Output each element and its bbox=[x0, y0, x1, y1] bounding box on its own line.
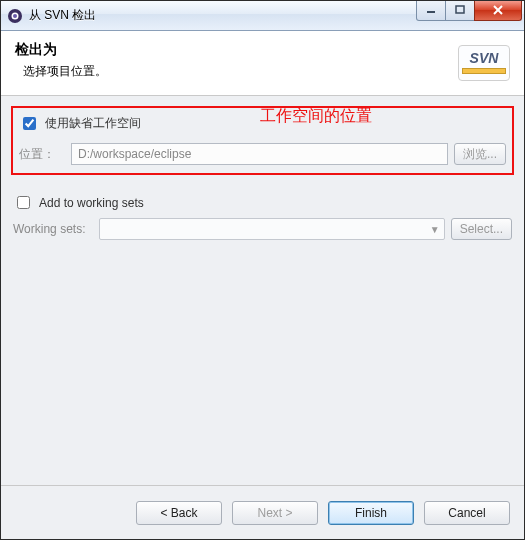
dialog-header: 检出为 选择项目位置。 SVN bbox=[1, 31, 524, 96]
svg-rect-4 bbox=[456, 6, 464, 13]
minimize-button[interactable] bbox=[416, 1, 446, 21]
svn-logo-icon: SVN bbox=[458, 45, 510, 81]
finish-button[interactable]: Finish bbox=[328, 501, 414, 525]
cancel-button[interactable]: Cancel bbox=[424, 501, 510, 525]
use-default-workspace-label: 使用缺省工作空间 bbox=[45, 115, 141, 132]
back-button[interactable]: < Back bbox=[136, 501, 222, 525]
dialog-window: 从 SVN 检出 检出为 选择项目位置。 SVN 工作空间的位置 bbox=[0, 0, 525, 540]
chevron-down-icon: ▼ bbox=[430, 224, 440, 235]
app-icon bbox=[7, 8, 23, 24]
dialog-footer: < Back Next > Finish Cancel bbox=[1, 485, 524, 539]
page-title: 检出为 bbox=[15, 41, 448, 59]
maximize-button[interactable] bbox=[445, 1, 475, 21]
add-working-sets-checkbox[interactable] bbox=[17, 196, 30, 209]
browse-button[interactable]: 浏览... bbox=[454, 143, 506, 165]
next-button[interactable]: Next > bbox=[232, 501, 318, 525]
select-working-sets-button[interactable]: Select... bbox=[451, 218, 512, 240]
window-buttons bbox=[417, 1, 522, 21]
add-working-sets-label: Add to working sets bbox=[39, 196, 144, 210]
page-subtitle: 选择项目位置。 bbox=[23, 63, 448, 80]
window-title: 从 SVN 检出 bbox=[29, 7, 417, 24]
working-sets-combo[interactable]: ▼ bbox=[99, 218, 445, 240]
annotation-highlight: 工作空间的位置 使用缺省工作空间 位置： 浏览... bbox=[11, 106, 514, 175]
titlebar: 从 SVN 检出 bbox=[1, 1, 524, 31]
close-button[interactable] bbox=[474, 1, 522, 21]
svg-point-2 bbox=[13, 14, 17, 18]
working-sets-label: Working sets: bbox=[13, 222, 93, 236]
location-label: 位置： bbox=[19, 146, 65, 163]
use-default-workspace-checkbox[interactable] bbox=[23, 117, 36, 130]
dialog-body: 工作空间的位置 使用缺省工作空间 位置： 浏览... Add to workin… bbox=[1, 96, 524, 485]
location-input[interactable] bbox=[71, 143, 448, 165]
annotation-text: 工作空间的位置 bbox=[260, 106, 372, 127]
